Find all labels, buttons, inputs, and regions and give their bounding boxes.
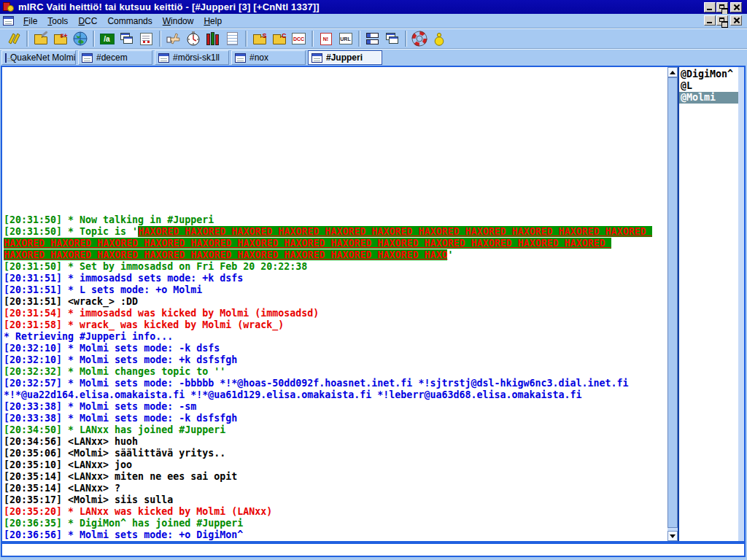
close-icon: [732, 4, 740, 11]
mirc-app-icon: [3, 1, 15, 12]
child-restore-button[interactable]: [716, 15, 728, 26]
chat-line-topic: HAXORED HAXORED HAXORED HAXORED HAXORED …: [4, 238, 667, 249]
arrow-up-icon: [670, 71, 676, 74]
nick-item[interactable]: @L: [679, 80, 738, 92]
chat-line: [20:36:56] * Molmi sets mode: +o DigiMon…: [4, 529, 667, 541]
menu-tools[interactable]: Tools: [42, 15, 73, 27]
chat-line: [20:32:32] * Molmi changes topic to '': [4, 366, 667, 378]
toolbar-separator: [93, 31, 94, 47]
chat-line: [20:35:06] <Molmi> säälittävä yritys..: [4, 448, 667, 459]
chat-line: [20:35:14] <LANxx> ?: [4, 483, 667, 494]
options-icon[interactable]: [31, 29, 50, 48]
window-title: mIRC Vaiti heittiö! tai kutsuu keittiö -…: [18, 1, 320, 12]
channel-window-icon: [311, 53, 322, 63]
scroll-up-button[interactable]: [667, 67, 678, 77]
notepad-icon[interactable]: [222, 29, 242, 48]
tile-windows-icon[interactable]: [363, 29, 382, 48]
toolbar-separator: [159, 31, 160, 47]
close-icon: [732, 17, 740, 24]
chat-line: [20:35:14] <LANxx> miten ne ees sai opit: [4, 471, 667, 483]
restore-icon: [719, 18, 724, 22]
channels-folder-icon[interactable]: #+: [50, 29, 70, 48]
chat-line: [20:31:58] * wrack_ was kicked by Molmi …: [4, 319, 667, 331]
chat-line: [20:34:56] <LANxx> huoh: [4, 436, 667, 448]
chat-line: [20:33:38] * Molmi sets mode: -k dsfsfgh: [4, 413, 667, 424]
tab-decem[interactable]: #decem: [78, 50, 152, 65]
chat-line-topic: HAXORED HAXORED HAXORED HAXORED HAXORED …: [4, 249, 667, 261]
address-book-icon[interactable]: [203, 29, 222, 48]
tab-status-quakenet[interactable]: QuakeNet Molmi: [1, 50, 76, 65]
chat-line: [20:35:10] <LANxx> joo: [4, 459, 667, 471]
remote-hand-icon[interactable]: [163, 29, 183, 48]
chat-line: [20:31:54] * immosadsd was kicked by Mol…: [4, 308, 667, 319]
chat-line: [20:32:10] * Molmi sets mode: +k dsfsfgh: [4, 354, 667, 366]
aliases-icon[interactable]: /a: [97, 29, 117, 48]
url-list-icon[interactable]: URL: [336, 29, 355, 48]
channel-window-icon: [235, 53, 246, 63]
title-bar: mIRC Vaiti heittiö! tai kutsuu keittiö -…: [0, 0, 747, 14]
dcc-options-icon[interactable]: DCC: [289, 29, 309, 48]
menu-window[interactable]: Window: [158, 15, 199, 27]
chat-line: [20:35:17] <Molmi> siis sulla: [4, 494, 667, 506]
tab-nox[interactable]: #nox: [231, 50, 306, 65]
scrollbar-thumb[interactable]: [667, 77, 678, 528]
script-editor-icon[interactable]: [136, 29, 156, 48]
chat-line: *!*@ua22d164.elisa.omakaista.fi *!*@ua61…: [4, 389, 667, 401]
send-file-icon[interactable]: S: [249, 29, 269, 48]
minimize-icon: [707, 22, 712, 23]
scroll-down-button[interactable]: [667, 531, 678, 541]
chat-messages: [20:31:50] * Now talking in #Jupperi [20…: [2, 67, 667, 541]
chat-line: [20:36:35] * DigiMon^ has joined #Jupper…: [4, 518, 667, 529]
minimize-button[interactable]: [704, 2, 716, 12]
chat-line: [20:31:50] * Now talking in #Jupperi: [4, 214, 667, 226]
chat-line: [20:32:57] * Molmi sets mode: -bbbbb *!*…: [4, 378, 667, 389]
channel-window-icon: [158, 53, 169, 63]
toolbar-separator: [358, 31, 360, 47]
chat-line: * Retrieving #Jupperi info...: [4, 331, 667, 343]
switchbar: QuakeNet Molmi #decem #mörsi-sk1ll #nox …: [0, 50, 747, 66]
chat-line: [20:31:50] * Set by immosadsd on Fri Feb…: [4, 261, 667, 273]
channel-list-icon[interactable]: [70, 29, 90, 48]
nick-list: @DigiMon^ @L @Molmi: [679, 67, 738, 541]
toolbar-separator: [405, 31, 406, 47]
chat-line: [20:34:50] * LANxx has joined #Jupperi: [4, 424, 667, 436]
restore-button[interactable]: [716, 2, 728, 12]
nick-item-selected[interactable]: @Molmi: [679, 92, 738, 104]
toolbar-separator: [245, 31, 247, 47]
notify-list-icon[interactable]: N!: [316, 29, 336, 48]
close-button[interactable]: [730, 2, 742, 12]
about-icon[interactable]: [429, 29, 449, 48]
chat-line: [20:35:20] * LANxx was kicked by Molmi (…: [4, 506, 667, 518]
child-minimize-button[interactable]: [704, 15, 716, 26]
help-lifesaver-icon[interactable]: [409, 29, 429, 48]
connect-icon[interactable]: [4, 29, 23, 48]
chat-line-topic: [20:31:50] * Topic is 'HAXORED HAXORED H…: [4, 226, 667, 238]
tab-morsi-sk1ll[interactable]: #mörsi-sk1ll: [155, 50, 229, 65]
menu-file[interactable]: File: [18, 15, 42, 27]
tab-jupperi[interactable]: #Jupperi: [308, 50, 382, 65]
menu-dcc[interactable]: DCC: [73, 15, 102, 27]
menu-commands[interactable]: Commands: [102, 15, 157, 27]
arrow-down-icon: [670, 534, 676, 538]
toolbar: #+ /a S C DCC N! URL: [0, 29, 747, 48]
nick-item[interactable]: @DigiMon^: [679, 69, 738, 80]
cascade-windows-icon[interactable]: [382, 29, 402, 48]
nicklist-scrollbar[interactable]: [738, 67, 744, 541]
menu-help[interactable]: Help: [198, 15, 227, 27]
minimize-icon: [707, 9, 712, 10]
chat-line: [20:33:38] * Molmi sets mode: -sm: [4, 401, 667, 413]
get-file-icon[interactable]: C: [269, 29, 289, 48]
message-input[interactable]: [1, 542, 746, 557]
restore-icon: [719, 4, 724, 9]
channel-window-icon: [82, 53, 93, 63]
channel-window-icon[interactable]: [3, 16, 14, 26]
timer-icon[interactable]: [183, 29, 203, 48]
menu-bar: File Tools DCC Commands Window Help: [0, 14, 747, 28]
child-close-button[interactable]: [730, 15, 742, 26]
toolbar-separator: [26, 31, 28, 47]
chat-line: [20:31:51] <wrack_> :DD: [4, 296, 667, 308]
toolbar-separator: [311, 31, 313, 47]
popups-icon[interactable]: [117, 29, 136, 48]
channel-window: [20:31:50] * Now talking in #Jupperi [20…: [1, 66, 746, 542]
chat-scrollbar[interactable]: [667, 67, 678, 541]
